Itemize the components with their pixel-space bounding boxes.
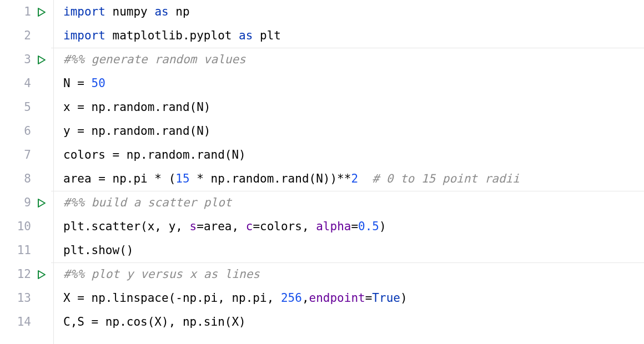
code-token: import (63, 5, 105, 18)
code-content[interactable]: plt.show() (57, 245, 644, 256)
line-number[interactable]: 12 (0, 269, 36, 280)
code-token: x = np.random.rand(N) (63, 100, 211, 114)
line-number[interactable]: 3 (0, 54, 36, 65)
code-line[interactable]: 3#%% generate random values (0, 48, 644, 72)
code-token: colors = np.random.rand(N) (63, 148, 246, 161)
code-token: plt.scatter(x, y, (63, 220, 190, 233)
line-number[interactable]: 14 (0, 316, 36, 328)
code-token: area = np.pi * ( (63, 172, 175, 185)
svg-marker-3 (38, 271, 45, 279)
code-token: X = np.linspace(-np.pi, np.pi, (63, 291, 281, 305)
run-cell-gutter[interactable] (36, 270, 57, 280)
code-token: True (372, 291, 400, 305)
code-token: 256 (281, 291, 302, 305)
code-line[interactable]: 13X = np.linspace(-np.pi, np.pi, 256,end… (0, 286, 644, 310)
code-line[interactable]: 11plt.show() (0, 239, 644, 262)
code-token: =area, (197, 220, 246, 233)
code-content[interactable]: x = np.random.rand(N) (57, 102, 644, 113)
code-line[interactable]: 5x = np.random.rand(N) (0, 95, 644, 119)
code-token: c (246, 220, 253, 233)
code-content[interactable]: colors = np.random.rand(N) (57, 149, 644, 161)
code-content[interactable]: import numpy as np (57, 6, 644, 18)
run-cell-icon[interactable] (37, 7, 47, 17)
line-number[interactable]: 1 (0, 6, 36, 18)
code-token: endpoint (309, 291, 365, 305)
code-content[interactable]: N = 50 (57, 78, 644, 89)
code-line[interactable]: 6y = np.random.rand(N) (0, 119, 644, 143)
code-token: as (154, 5, 168, 18)
line-number[interactable]: 4 (0, 78, 36, 89)
code-token: #%% plot y versus x as lines (63, 267, 260, 281)
code-content[interactable]: plt.scatter(x, y, s=area, c=colors, alph… (57, 221, 644, 232)
run-cell-gutter[interactable] (36, 55, 57, 65)
line-number[interactable]: 6 (0, 125, 36, 137)
code-token: matplotlib.pyplot (105, 29, 239, 42)
code-token: =colors, (253, 220, 316, 233)
line-number[interactable]: 10 (0, 221, 36, 232)
code-line[interactable]: 8area = np.pi * (15 * np.random.rand(N))… (0, 167, 644, 191)
code-token: plt.show() (63, 244, 133, 257)
code-line[interactable]: 9#%% build a scatter plot (0, 191, 644, 215)
code-token: import (63, 29, 105, 42)
code-token: plt (253, 29, 281, 42)
code-token: 15 (175, 172, 189, 185)
code-token: ) (379, 220, 386, 233)
code-content[interactable]: #%% generate random values (57, 54, 644, 65)
code-token: numpy (105, 5, 155, 18)
run-cell-icon[interactable] (37, 270, 47, 280)
code-editor[interactable]: 1import numpy as np2import matplotlib.py… (0, 0, 644, 344)
svg-marker-1 (38, 56, 45, 64)
code-token: s (190, 220, 197, 233)
code-content[interactable]: X = np.linspace(-np.pi, np.pi, 256,endpo… (57, 292, 644, 304)
code-token: #%% generate random values (63, 53, 246, 66)
code-token: = (365, 291, 373, 305)
code-token: 0.5 (358, 220, 379, 233)
line-number[interactable]: 5 (0, 102, 36, 113)
code-line[interactable]: 12#%% plot y versus x as lines (0, 262, 644, 286)
run-cell-icon[interactable] (37, 198, 47, 208)
code-token: y = np.random.rand(N) (63, 124, 211, 138)
code-line[interactable]: 2import matplotlib.pyplot as plt (0, 24, 644, 48)
code-content[interactable]: area = np.pi * (15 * np.random.rand(N))*… (57, 173, 644, 185)
code-content[interactable]: y = np.random.rand(N) (57, 125, 644, 137)
code-token: ) (400, 291, 407, 305)
code-token: = (351, 220, 358, 233)
code-content[interactable]: import matplotlib.pyplot as plt (57, 30, 644, 42)
code-line[interactable]: 10plt.scatter(x, y, s=area, c=colors, al… (0, 215, 644, 239)
line-number[interactable]: 9 (0, 197, 36, 209)
line-number[interactable]: 7 (0, 149, 36, 161)
code-token (358, 172, 372, 185)
code-token: as (239, 29, 253, 42)
code-token: np (169, 5, 190, 18)
code-content[interactable]: C,S = np.cos(X), np.sin(X) (57, 316, 644, 328)
code-line[interactable]: 7colors = np.random.rand(N) (0, 143, 644, 167)
line-number[interactable]: 8 (0, 173, 36, 185)
code-content[interactable]: #%% build a scatter plot (57, 197, 644, 209)
code-token: 2 (351, 172, 358, 185)
code-token: 50 (92, 77, 105, 90)
code-content[interactable]: #%% plot y versus x as lines (57, 269, 644, 280)
svg-marker-0 (38, 8, 45, 16)
code-line[interactable]: 1import numpy as np (0, 0, 644, 24)
code-lines-container: 1import numpy as np2import matplotlib.py… (0, 0, 644, 334)
code-token: #%% build a scatter plot (63, 196, 232, 209)
run-cell-gutter[interactable] (36, 198, 57, 208)
code-token: # 0 to 15 point radii (372, 172, 520, 185)
code-token: * np.random.rand(N))** (190, 172, 351, 185)
svg-marker-2 (38, 199, 45, 207)
code-line[interactable]: 4N = 50 (0, 72, 644, 95)
code-token: alpha (316, 220, 351, 233)
code-token: N = (63, 77, 92, 90)
code-token: , (302, 291, 309, 305)
line-number[interactable]: 13 (0, 292, 36, 304)
line-number[interactable]: 2 (0, 30, 36, 42)
code-line[interactable]: 14C,S = np.cos(X), np.sin(X) (0, 310, 644, 334)
run-cell-icon[interactable] (37, 55, 47, 65)
code-token: C,S = np.cos(X), np.sin(X) (63, 315, 246, 328)
line-number[interactable]: 11 (0, 245, 36, 256)
